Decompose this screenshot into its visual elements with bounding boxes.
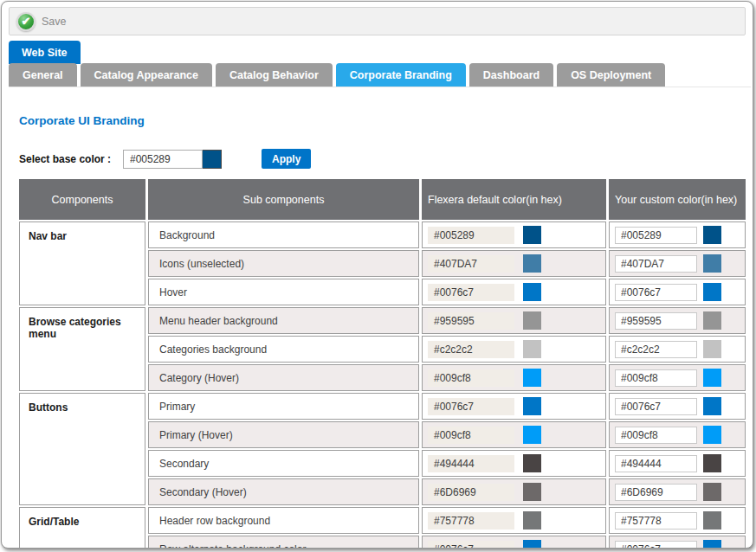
default-color-cell: #0076c7: [422, 393, 606, 420]
default-hex-value: #959595: [428, 312, 514, 330]
custom-hex-input[interactable]: [615, 541, 697, 549]
column-header: Sub components: [148, 179, 419, 220]
default-hex-value: #0076c7: [428, 398, 514, 415]
custom-hex-input[interactable]: [615, 398, 697, 415]
default-hex-value: #6D6969: [428, 484, 514, 501]
default-color-swatch: [523, 340, 541, 358]
custom-hex-input[interactable]: [615, 484, 697, 501]
default-hex-value: #c2c2c2: [428, 341, 514, 358]
subcomponent-cell: Icons (unselected): [148, 250, 419, 277]
custom-hex-input[interactable]: [615, 227, 697, 244]
custom-color-swatch[interactable]: [703, 254, 721, 273]
custom-color-cell: [609, 450, 746, 477]
custom-color-cell: [609, 478, 746, 505]
custom-color-swatch[interactable]: [703, 340, 721, 358]
custom-hex-input[interactable]: [615, 284, 697, 301]
default-hex-value: #757778: [428, 512, 514, 530]
default-color-cell: #0076c7: [422, 279, 606, 305]
default-color-cell: #009cf8: [422, 364, 606, 391]
column-header: Your custom color(in hex): [609, 179, 746, 220]
default-color-cell: #009cf8: [422, 421, 606, 448]
subcomponent-cell: Primary (Hover): [148, 421, 419, 448]
subcomponent-cell: Header row background: [148, 507, 419, 534]
tab-os-deployment[interactable]: OS Deployment: [557, 63, 665, 87]
default-color-swatch: [523, 226, 541, 244]
tab-strip: GeneralCatalog AppearanceCatalog Behavio…: [9, 64, 751, 87]
default-color-cell: #494444: [422, 450, 606, 477]
custom-color-swatch[interactable]: [703, 426, 721, 444]
custom-color-cell: [609, 336, 746, 363]
custom-color-cell: [609, 393, 746, 420]
custom-hex-input[interactable]: [615, 369, 697, 387]
custom-color-cell: [609, 421, 746, 448]
subcomponent-cell: Secondary (Hover): [148, 478, 419, 505]
default-hex-value: #0076c7: [428, 284, 514, 301]
corporate-branding-window: ✔ Save Web Site GeneralCatalog Appearanc…: [1, 1, 753, 549]
default-hex-value: #0076c7: [428, 541, 514, 549]
custom-hex-input[interactable]: [615, 255, 697, 273]
default-color-cell: #c2c2c2: [422, 336, 606, 363]
custom-color-swatch[interactable]: [703, 311, 721, 330]
default-hex-value: #407DA7: [428, 255, 514, 273]
subcomponent-cell: Primary: [148, 393, 419, 420]
subcomponent-cell: Background: [148, 221, 419, 248]
component-cell: Nav bar: [19, 221, 145, 305]
page-title: Corporate UI Branding: [19, 114, 753, 127]
default-color-cell: #757778: [422, 507, 606, 534]
tab-web-site[interactable]: Web Site: [9, 41, 81, 64]
base-color-label: Select base color :: [19, 153, 123, 165]
default-hex-value: #009cf8: [428, 369, 514, 387]
column-header: Flexera default color(in hex): [422, 179, 606, 220]
default-color-swatch: [523, 311, 541, 330]
toolbar: ✔ Save: [9, 7, 746, 35]
default-color-swatch: [523, 540, 541, 549]
tab-dashboard[interactable]: Dashboard: [469, 63, 553, 87]
custom-hex-input[interactable]: [615, 427, 697, 444]
default-color-cell: #005289: [422, 221, 606, 248]
tab-catalog-appearance[interactable]: Catalog Appearance: [81, 63, 212, 87]
save-button[interactable]: ✔ Save: [16, 12, 67, 31]
subcomponent-cell: Secondary: [148, 450, 419, 477]
default-color-cell: #407DA7: [422, 250, 606, 277]
custom-color-swatch[interactable]: [703, 511, 721, 530]
default-color-swatch: [523, 369, 541, 387]
tab-corporate-branding[interactable]: Corporate Branding: [336, 63, 466, 87]
base-color-input[interactable]: [123, 150, 203, 169]
apply-button[interactable]: Apply: [262, 149, 311, 169]
base-color-swatch[interactable]: [203, 150, 222, 169]
tab-catalog-behavior[interactable]: Catalog Behavior: [216, 63, 333, 87]
subcomponent-cell: Hover: [148, 279, 419, 305]
custom-color-cell: [609, 279, 746, 305]
tab-general[interactable]: General: [9, 63, 77, 87]
custom-hex-input[interactable]: [615, 455, 697, 472]
custom-hex-input[interactable]: [615, 341, 697, 358]
custom-color-cell: [609, 536, 746, 549]
default-color-swatch: [523, 426, 541, 444]
custom-color-swatch[interactable]: [703, 454, 721, 472]
custom-color-swatch[interactable]: [703, 226, 721, 244]
custom-hex-input[interactable]: [615, 512, 697, 530]
default-color-swatch: [523, 454, 541, 472]
custom-color-swatch[interactable]: [703, 483, 721, 501]
default-color-swatch: [523, 511, 541, 530]
custom-color-swatch[interactable]: [703, 397, 721, 415]
site-tab-row: Web Site: [9, 41, 753, 64]
component-cell: Grid/Table: [19, 507, 145, 549]
custom-color-cell: [609, 221, 746, 248]
content-area: Corporate UI Branding Select base color …: [2, 114, 753, 549]
custom-color-swatch[interactable]: [703, 540, 721, 549]
default-color-cell: #6D6969: [422, 478, 606, 505]
component-cell: Buttons: [19, 393, 145, 505]
custom-color-cell: [609, 507, 746, 534]
custom-color-swatch[interactable]: [703, 369, 721, 387]
default-hex-value: #005289: [428, 227, 514, 244]
subcomponent-cell: Menu header background: [148, 307, 419, 334]
subcomponent-cell: Row alternate background color: [148, 536, 419, 549]
default-color-swatch: [523, 254, 541, 273]
column-header: Components: [19, 179, 145, 220]
custom-color-swatch[interactable]: [703, 283, 721, 301]
component-cell: Browse categories menu: [19, 307, 145, 391]
custom-hex-input[interactable]: [615, 312, 697, 330]
default-color-swatch: [523, 483, 541, 501]
custom-color-cell: [609, 307, 746, 334]
